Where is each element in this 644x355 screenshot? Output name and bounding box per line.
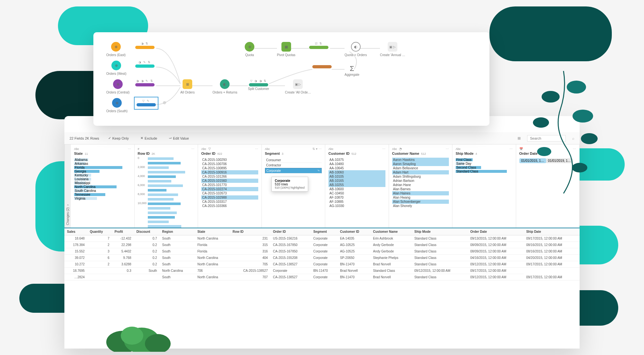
profile-value[interactable]: Standard Class	[456, 170, 513, 173]
grid-header[interactable]: Order Date	[468, 228, 524, 235]
table-row[interactable]: 18.6487-12.4320.7SouthNorth Carolina231U…	[64, 235, 580, 242]
flow-step-central[interactable]: ◑ ◑ ✎ ⇅	[135, 79, 155, 87]
profile-value[interactable]: AA-10480	[328, 162, 385, 166]
profile-value[interactable]: AB-10105	[328, 174, 385, 179]
table-row[interactable]: 18.76950.3SouthNorth Carolina706CA-2015-…	[64, 268, 580, 274]
grid-header[interactable]: Region	[160, 228, 195, 235]
grid-header[interactable]: State	[195, 228, 230, 235]
grid-header[interactable]: Sales	[64, 228, 87, 235]
flow-node-orders-returns[interactable]: ◐ Orders + Returns	[213, 79, 237, 94]
grid-header[interactable]: Customer ID	[337, 228, 371, 235]
flow-step-south-selected[interactable]: ▽ ✎	[135, 98, 157, 108]
grid-header[interactable]: Discount	[134, 228, 160, 235]
profile-value[interactable]: Alan Schoenberger	[392, 200, 449, 204]
table-row[interactable]: 39.07269.7680.2SouthNorth Carolina404CA-…	[64, 255, 580, 261]
flow-node-quota-orders[interactable]: ◐ Quota + Orders	[345, 42, 367, 57]
profile-value[interactable]: North Carolina	[74, 185, 131, 189]
profile-value[interactable]: CA-2015-100895	[201, 166, 258, 170]
profile-value[interactable]: Arkansas	[74, 162, 131, 165]
flow-node-quota[interactable]: ⊕ Quota	[245, 42, 254, 57]
flow-node-orders-central[interactable]: ⊕ Orders (Central)	[106, 79, 129, 94]
profile-rowid[interactable]: #⋯ Row ID2K 02,0004,0006,0008,00010,000	[135, 144, 198, 228]
profile-value[interactable]: Louisiana	[74, 177, 131, 181]
table-row[interactable]: …2824SouthNorth Carolina707CA-2015-13852…	[64, 274, 580, 281]
profile-value[interactable]: AB-10060	[328, 170, 385, 174]
profile-shipmode[interactable]: Abc⋯ Ship Mode4 First ClassSame DaySecon…	[452, 144, 516, 228]
profile-value[interactable]: Mississippi	[74, 181, 131, 185]
flow-node-all-orders[interactable]: ⊞ All Orders	[180, 79, 194, 94]
keep-only-button[interactable]: ✓ Keep Only	[106, 135, 131, 142]
profile-value[interactable]: Aaron Smayling	[392, 162, 449, 166]
data-grid[interactable]: SalesQuantityProfitDiscountRegionStateRo…	[64, 228, 580, 281]
table-row[interactable]: 178.384222.2980.2SouthFlorida315CA-2015-…	[64, 242, 580, 248]
profile-value[interactable]: Kentucky	[74, 173, 131, 177]
profile-value[interactable]: Alan Haines	[392, 191, 449, 195]
grid-header[interactable]: Ship Mode	[412, 228, 468, 235]
flow-node-orders-east[interactable]: ⊕ Orders (East)	[106, 42, 126, 57]
grid-header[interactable]: Quantity	[87, 228, 112, 235]
profile-value[interactable]: CA-2015-101770	[201, 183, 258, 187]
profile-value[interactable]: AF-10870	[328, 195, 385, 200]
profile-value[interactable]: Adrian Hane	[392, 183, 449, 187]
profile-value[interactable]: Tennessee	[74, 193, 131, 196]
profile-value[interactable]: AG-10330	[328, 204, 385, 208]
profile-value[interactable]: Alan Barnes	[392, 187, 449, 191]
profile-value[interactable]: First Class	[456, 158, 513, 162]
flow-step-agg-pill[interactable]	[312, 64, 332, 69]
profile-value[interactable]: Adrian Bartson	[392, 179, 449, 183]
segment-value[interactable]: Corporate ⤷	[265, 168, 322, 173]
profile-value[interactable]: CA-2015-102988	[201, 195, 258, 200]
flow-node-aggregate[interactable]: Σ Aggregate	[345, 64, 359, 76]
segment-value[interactable]: Consumer	[265, 158, 322, 163]
profile-value[interactable]: CA-2015-101266	[201, 174, 258, 179]
profile-value[interactable]: AA-10375	[328, 158, 385, 162]
profile-value[interactable]: Aaron Hawkins	[392, 158, 449, 162]
profile-value[interactable]: Adam Bellavance	[392, 166, 449, 170]
profile-value[interactable]: CA-2015-100916	[201, 170, 258, 174]
segment-value[interactable]: Contractor	[265, 163, 322, 168]
profile-value[interactable]: CA-2015-100706	[201, 162, 258, 166]
flow-step-west[interactable]: ◑ ✎ ⇅	[135, 61, 155, 68]
edit-value-button[interactable]: ⤻ Edit Value	[166, 135, 191, 142]
changes-sidebar-tab[interactable]: Changes (2) ›	[64, 144, 71, 228]
table-row[interactable]: 15.55235.44320.2SouthFlorida316CA-2015-1…	[64, 248, 580, 255]
profile-value[interactable]: Adam Shillingsburg	[392, 174, 449, 179]
add-step-icon[interactable]: ⊕	[163, 100, 166, 105]
profile-customerid[interactable]: Abc⋯ Customer ID512 AA-10375AA-10480AA-1…	[325, 144, 389, 228]
flow-node-create-all[interactable]: ▣ ▷ Create 'All Orde…	[285, 79, 311, 94]
flow-node-orders-west[interactable]: ⊕ Orders (West)	[106, 61, 127, 75]
profile-value[interactable]: AA-10645	[328, 166, 385, 170]
grid-header[interactable]: Customer Name	[370, 228, 412, 235]
flow-step-quota[interactable]: ☑ ⇅	[309, 42, 328, 50]
profile-value[interactable]: Same Day	[456, 162, 513, 165]
profile-value[interactable]: Adam Hart	[392, 170, 449, 174]
grid-header[interactable]: Profit	[112, 228, 134, 235]
profile-value[interactable]: CA-2015-102673	[201, 191, 258, 195]
profile-customername[interactable]: Abc◔⋯ Customer Name512 Aaron HawkinsAaro…	[389, 144, 453, 228]
grid-header[interactable]: Ship Date	[524, 228, 580, 235]
flow-step-split[interactable]: ▽ ◑ ◑ ⇅ Split Customer	[248, 79, 269, 91]
profile-value[interactable]: Virginia	[74, 197, 131, 200]
profile-value[interactable]: Alabama	[74, 158, 131, 162]
profile-state[interactable]: Abc ⋯ State 11 AlabamaArkansasFloridaGeo…	[71, 144, 135, 228]
profile-value[interactable]: AF-10885	[328, 200, 385, 204]
profile-value[interactable]: Georgia	[74, 170, 131, 173]
profile-value[interactable]: AC-10450	[328, 191, 385, 195]
profile-value[interactable]: AB-10255	[328, 183, 385, 187]
grid-header[interactable]: Segment	[311, 228, 337, 235]
profile-value[interactable]: CA-2015-100293	[201, 158, 258, 162]
grid-header[interactable]: Row ID	[230, 228, 270, 235]
profile-value[interactable]: AB-10165	[328, 179, 385, 183]
profile-value[interactable]: AB-10600	[328, 187, 385, 191]
profile-value[interactable]: Florida	[74, 166, 131, 169]
profile-value[interactable]: CA-2015-101560	[201, 179, 258, 183]
flow-node-create-annual[interactable]: ▣ ▷ Create 'Annual …	[380, 42, 405, 57]
table-row[interactable]: 10.27223.62880.2SouthNorth Carolina705CA…	[64, 261, 580, 268]
profile-value[interactable]: South Carolina	[74, 189, 131, 192]
profile-value[interactable]: Alan Hwang	[392, 195, 449, 200]
flow-node-orders-south[interactable]: ⊕ Orders (South)	[106, 98, 128, 113]
profile-value[interactable]: CA-2015-103366	[201, 204, 258, 208]
profile-value[interactable]: Second Class	[456, 166, 513, 169]
exclude-button[interactable]: ✕ Exclude	[138, 135, 160, 142]
profile-value[interactable]: CA-2015-102274	[201, 187, 258, 191]
